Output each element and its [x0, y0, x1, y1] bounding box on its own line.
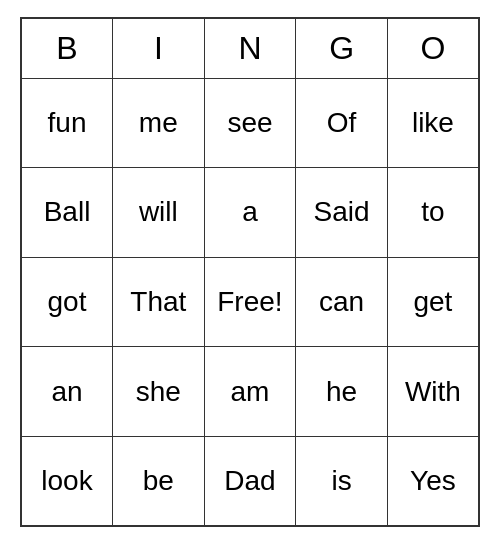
header-n: N	[204, 18, 296, 78]
cell-2-1: That	[113, 257, 205, 347]
cell-2-0: got	[21, 257, 113, 347]
cell-3-3: he	[296, 347, 388, 437]
bingo-body: funmeseeOflikeBallwillaSaidtogotThatFree…	[21, 78, 479, 526]
cell-3-4: With	[387, 347, 479, 437]
cell-2-4: get	[387, 257, 479, 347]
cell-0-1: me	[113, 78, 205, 168]
cell-4-1: be	[113, 436, 205, 526]
cell-3-1: she	[113, 347, 205, 437]
table-row: ansheamheWith	[21, 347, 479, 437]
header-g: G	[296, 18, 388, 78]
table-row: gotThatFree!canget	[21, 257, 479, 347]
header-b: B	[21, 18, 113, 78]
cell-2-2: Free!	[204, 257, 296, 347]
cell-3-2: am	[204, 347, 296, 437]
cell-4-0: look	[21, 436, 113, 526]
bingo-card: B I N G O funmeseeOflikeBallwillaSaidtog…	[20, 17, 480, 527]
cell-4-4: Yes	[387, 436, 479, 526]
cell-3-0: an	[21, 347, 113, 437]
header-i: I	[113, 18, 205, 78]
cell-1-4: to	[387, 168, 479, 258]
cell-2-3: can	[296, 257, 388, 347]
cell-4-2: Dad	[204, 436, 296, 526]
table-row: funmeseeOflike	[21, 78, 479, 168]
cell-1-0: Ball	[21, 168, 113, 258]
cell-1-3: Said	[296, 168, 388, 258]
table-row: BallwillaSaidto	[21, 168, 479, 258]
cell-0-4: like	[387, 78, 479, 168]
table-row: lookbeDadisYes	[21, 436, 479, 526]
header-row: B I N G O	[21, 18, 479, 78]
header-o: O	[387, 18, 479, 78]
cell-1-2: a	[204, 168, 296, 258]
cell-0-3: Of	[296, 78, 388, 168]
cell-1-1: will	[113, 168, 205, 258]
cell-4-3: is	[296, 436, 388, 526]
cell-0-2: see	[204, 78, 296, 168]
cell-0-0: fun	[21, 78, 113, 168]
